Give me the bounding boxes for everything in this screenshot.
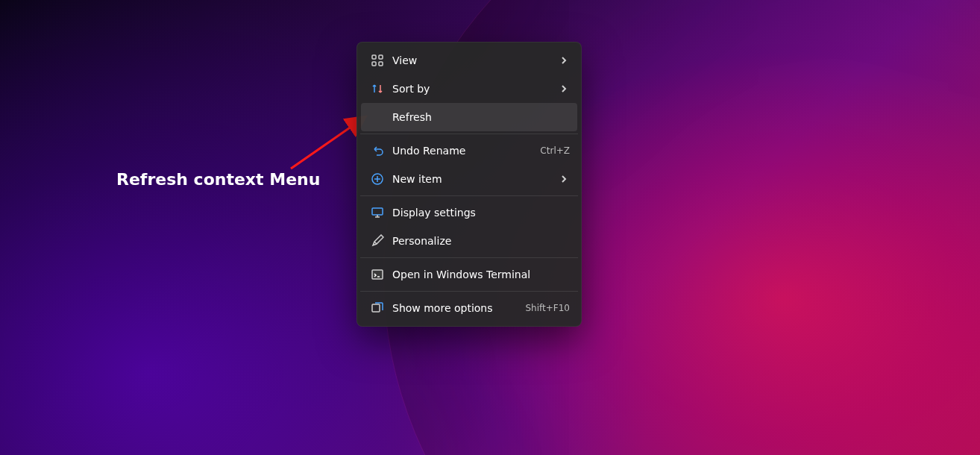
menu-separator — [360, 291, 578, 292]
svg-rect-2 — [379, 55, 383, 59]
more-options-icon — [368, 299, 386, 317]
desktop-context-menu: View Sort by Refresh Undo Rename Ctrl+Z … — [356, 42, 582, 327]
menu-item-label: New item — [392, 173, 552, 185]
svg-line-0 — [291, 118, 364, 169]
menu-item-label: Personalize — [392, 235, 570, 247]
svg-rect-6 — [372, 208, 383, 215]
menu-item-show-more-options[interactable]: Show more options Shift+F10 — [361, 294, 577, 322]
svg-rect-8 — [372, 304, 380, 312]
svg-rect-3 — [372, 62, 376, 66]
grid-icon — [368, 51, 386, 69]
menu-item-undo-rename[interactable]: Undo Rename Ctrl+Z — [361, 136, 577, 165]
menu-item-shortcut: Shift+F10 — [525, 303, 570, 313]
menu-item-label: Sort by — [392, 83, 552, 95]
annotation-label: Refresh context Menu — [116, 170, 320, 189]
sort-icon — [368, 80, 386, 98]
brush-icon — [368, 232, 386, 250]
svg-rect-1 — [372, 55, 376, 59]
menu-item-shortcut: Ctrl+Z — [540, 145, 570, 156]
menu-item-label: Display settings — [392, 207, 570, 219]
menu-item-sort-by[interactable]: Sort by — [361, 75, 577, 103]
menu-item-label: View — [392, 54, 552, 66]
new-icon — [368, 170, 386, 188]
svg-rect-4 — [379, 62, 383, 66]
menu-item-label: Refresh — [392, 111, 570, 123]
menu-item-personalize[interactable]: Personalize — [361, 227, 577, 255]
display-icon — [368, 204, 386, 222]
chevron-right-icon — [558, 54, 570, 66]
chevron-right-icon — [558, 173, 570, 185]
menu-separator — [360, 134, 578, 134]
chevron-right-icon — [558, 83, 570, 95]
menu-item-refresh[interactable]: Refresh — [361, 103, 577, 131]
menu-item-label: Show more options — [392, 302, 519, 314]
menu-item-label: Undo Rename — [392, 145, 534, 157]
menu-item-display-settings[interactable]: Display settings — [361, 198, 577, 227]
undo-icon — [368, 142, 386, 160]
menu-item-open-terminal[interactable]: Open in Windows Terminal — [361, 260, 577, 289]
blank-icon — [368, 108, 386, 126]
menu-item-new-item[interactable]: New item — [361, 165, 577, 193]
svg-rect-7 — [372, 270, 383, 279]
menu-item-view[interactable]: View — [361, 46, 577, 75]
menu-separator — [360, 257, 578, 258]
menu-separator — [360, 195, 578, 196]
terminal-icon — [368, 266, 386, 283]
menu-item-label: Open in Windows Terminal — [392, 269, 570, 280]
